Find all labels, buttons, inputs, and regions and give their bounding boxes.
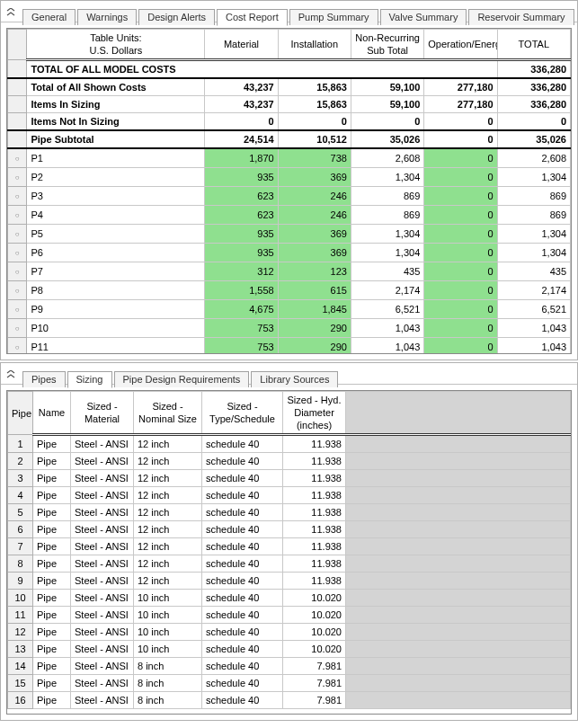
col-operation-energy[interactable]: Operation/Energy: [424, 30, 497, 60]
sizing-panel: PipesSizingPipe Design RequirementsLibra…: [0, 362, 578, 721]
sizing-row[interactable]: 1PipeSteel - ANSI12 inchschedule 4011.93…: [8, 435, 571, 453]
summary-row[interactable]: Items In Sizing43,23715,86359,100277,180…: [8, 96, 571, 113]
pipe-row[interactable]: ○P36232468690869: [8, 187, 571, 206]
col-name[interactable]: Name: [33, 392, 71, 435]
pipe-row[interactable]: ○P117532901,04301,043: [8, 338, 571, 354]
col-total[interactable]: TOTAL: [497, 30, 570, 60]
sizing-row[interactable]: 7PipeSteel - ANSI12 inchschedule 4011.93…: [8, 538, 571, 555]
pipe-row[interactable]: ○P11,8707382,60802,608: [8, 148, 571, 168]
sizing-row[interactable]: 4PipeSteel - ANSI12 inchschedule 4011.93…: [8, 487, 571, 504]
col-sized-material[interactable]: Sized - Material: [71, 392, 134, 435]
pipe-row[interactable]: ○P69353691,30401,304: [8, 244, 571, 262]
sizing-row[interactable]: 15PipeSteel - ANSI8 inchschedule 407.981: [8, 675, 571, 692]
summary-row[interactable]: Pipe Subtotal24,51410,51235,026035,026: [8, 130, 571, 148]
sizing-row[interactable]: 6PipeSteel - ANSI12 inchschedule 4011.93…: [8, 521, 571, 538]
summary-row[interactable]: Items Not In Sizing00000: [8, 113, 571, 131]
pipe-row[interactable]: ○P29353691,30401,304: [8, 168, 571, 187]
sizing-row[interactable]: 9PipeSteel - ANSI12 inchschedule 4011.93…: [8, 573, 571, 590]
pipe-row[interactable]: ○P73121234350435: [8, 262, 571, 281]
col-material[interactable]: Material: [205, 30, 278, 60]
bottom-tab-bar: PipesSizingPipe Design RequirementsLibra…: [1, 363, 577, 385]
col-sized-type[interactable]: Sized - Type/Schedule: [202, 392, 283, 435]
col-nonrecurring[interactable]: Non-Recurring Sub Total: [351, 30, 423, 60]
collapse-top-icon[interactable]: [3, 4, 19, 22]
cost-report-table: Table Units: U.S. Dollars Material Insta…: [7, 29, 571, 353]
sizing-row[interactable]: 5PipeSteel - ANSI12 inchschedule 4011.93…: [8, 504, 571, 521]
sizing-row[interactable]: 13PipeSteel - ANSI10 inchschedule 4010.0…: [8, 641, 571, 658]
sizing-row[interactable]: 16PipeSteel - ANSI8 inchschedule 407.981: [8, 692, 571, 709]
sizing-row[interactable]: 11PipeSteel - ANSI10 inchschedule 4010.0…: [8, 607, 571, 624]
top-tab-bar: GeneralWarningsDesign AlertsCost ReportP…: [1, 1, 577, 22]
sizing-row[interactable]: 3PipeSteel - ANSI12 inchschedule 4011.93…: [8, 470, 571, 487]
sizing-row[interactable]: 14PipeSteel - ANSI8 inchschedule 407.981: [8, 658, 571, 675]
summary-row[interactable]: Total of All Shown Costs43,23715,86359,1…: [8, 78, 571, 96]
sizing-row[interactable]: 10PipeSteel - ANSI10 inchschedule 4010.0…: [8, 590, 571, 607]
pipe-row[interactable]: ○P81,5586152,17402,174: [8, 281, 571, 300]
summary-row[interactable]: TOTAL OF ALL MODEL COSTS336,280: [8, 60, 571, 79]
filler-col: [346, 392, 571, 435]
row-header-blank: [8, 30, 27, 60]
sizing-row[interactable]: 8PipeSteel - ANSI12 inchschedule 4011.93…: [8, 555, 571, 573]
col-units[interactable]: Table Units: U.S. Dollars: [27, 30, 205, 60]
pipe-row[interactable]: ○P46232468690869: [8, 206, 571, 225]
sizing-row[interactable]: 12PipeSteel - ANSI10 inchschedule 4010.0…: [8, 624, 571, 641]
col-sized-nominal[interactable]: Sized - Nominal Size: [134, 392, 202, 435]
sizing-row[interactable]: 2PipeSteel - ANSI12 inchschedule 4011.93…: [8, 453, 571, 470]
sizing-table: Pipe Name Sized - Material Sized - Nomin…: [7, 391, 571, 709]
pipe-row[interactable]: ○P94,6751,8456,52106,521: [8, 300, 571, 319]
cost-report-panel: GeneralWarningsDesign AlertsCost ReportP…: [0, 0, 578, 360]
col-installation[interactable]: Installation: [278, 30, 351, 60]
collapse-bottom-icon[interactable]: [3, 366, 19, 384]
col-pipe-index[interactable]: Pipe: [8, 392, 33, 435]
col-sized-diameter[interactable]: Sized - Hyd. Diameter (inches): [283, 392, 346, 435]
pipe-row[interactable]: ○P107532901,04301,043: [8, 319, 571, 338]
pipe-row[interactable]: ○P59353691,30401,304: [8, 225, 571, 244]
